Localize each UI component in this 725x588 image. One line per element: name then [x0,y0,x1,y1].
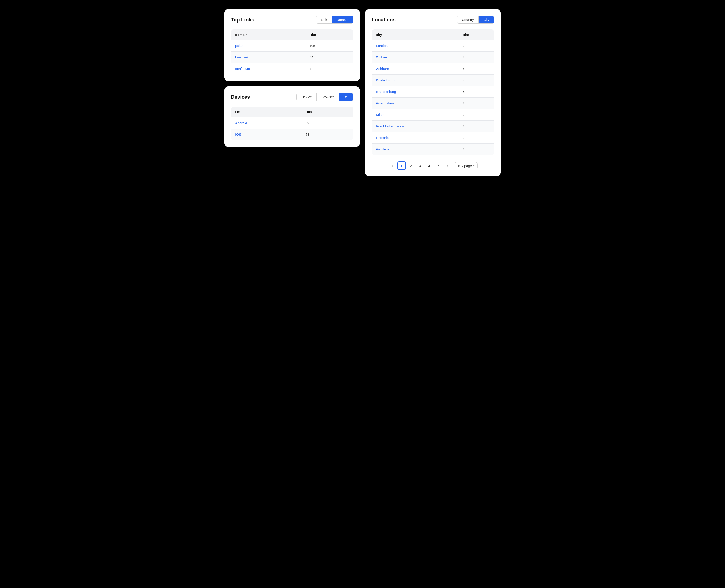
hits-value: 78 [302,129,353,140]
top-links-header: Top Links Link Domain [231,16,353,24]
hits-value: 2 [458,132,494,144]
locations-toggle-group: Country City [457,16,494,24]
locations-col-hits: Hits [458,29,494,40]
devices-table-header-row: OS Hits [231,107,353,117]
devices-toggle-browser[interactable]: Browser [317,93,339,101]
locations-col-city: city [372,29,459,40]
pagination-page-2[interactable]: 2 [407,162,415,170]
table-row: pxl.to 105 [231,40,353,51]
list-item[interactable]: London [372,40,459,51]
hits-value: 4 [458,75,494,86]
devices-toggle-device[interactable]: Device [297,93,317,101]
top-links-col-domain: domain [231,29,306,40]
devices-col-hits: Hits [302,107,353,117]
devices-card: Devices Device Browser OS OS Hits Androi… [224,86,360,147]
devices-table: OS Hits Android 82 IOS 78 [231,106,353,140]
hits-value: 2 [458,144,494,155]
locations-toggle-city[interactable]: City [479,16,494,23]
top-links-table: domain Hits pxl.to 105 buyit.link 54 con… [231,29,353,75]
list-item[interactable]: Brandenburg [372,86,459,98]
table-row: Wuhan 7 [372,51,494,63]
hits-value: 105 [306,40,353,51]
hits-value: 3 [458,98,494,109]
table-row: Gardena 2 [372,144,494,155]
top-links-toggle-domain[interactable]: Domain [332,16,353,23]
table-row: buyit.link 54 [231,51,353,63]
hits-value: 9 [458,40,494,51]
page-size-selector[interactable]: 10 / page ▾ [455,162,478,169]
locations-card: Locations Country City city Hits London … [365,9,501,176]
table-row: Kuala Lumpur 4 [372,75,494,86]
locations-header: Locations Country City [372,16,494,24]
hits-value: 3 [458,109,494,121]
hits-value: 5 [458,63,494,75]
table-row: conflux.to 3 [231,63,353,75]
list-item[interactable]: Ashburn [372,63,459,75]
hits-value: 7 [458,51,494,63]
top-links-toggle-group: Link Domain [316,16,353,24]
list-item[interactable]: IOS [231,129,302,140]
top-links-col-hits: Hits [306,29,353,40]
devices-col-os: OS [231,107,302,117]
list-item[interactable]: buyit.link [231,51,306,63]
top-links-toggle-link[interactable]: Link [316,16,332,23]
locations-table: city Hits London 9 Wuhan 7 Ashburn 5 Kua… [372,29,494,155]
table-row: Phoenix 2 [372,132,494,144]
pagination-page-3[interactable]: 3 [416,162,424,170]
locations-title: Locations [372,17,396,23]
list-item[interactable]: Android [231,117,302,129]
pagination-page-4[interactable]: 4 [425,162,433,170]
pagination: < 1 2 3 4 5 > 10 / page ▾ [372,162,494,170]
pagination-prev[interactable]: < [388,162,397,170]
list-item[interactable]: Milan [372,109,459,121]
table-row: Frankfurt am Main 2 [372,121,494,132]
table-row: Brandenburg 4 [372,86,494,98]
list-item[interactable]: conflux.to [231,63,306,75]
hits-value: 54 [306,51,353,63]
table-row: London 9 [372,40,494,51]
devices-toggle-os[interactable]: OS [339,93,353,101]
hits-value: 3 [306,63,353,75]
locations-toggle-country[interactable]: Country [457,16,479,23]
pagination-next[interactable]: > [443,162,452,170]
hits-value: 4 [458,86,494,98]
list-item[interactable]: Kuala Lumpur [372,75,459,86]
table-row: Ashburn 5 [372,63,494,75]
table-row: IOS 78 [231,129,353,140]
devices-title: Devices [231,94,250,100]
list-item[interactable]: Frankfurt am Main [372,121,459,132]
top-links-title: Top Links [231,17,254,23]
pagination-page-5[interactable]: 5 [434,162,442,170]
locations-table-header-row: city Hits [372,29,494,40]
table-row: Milan 3 [372,109,494,121]
top-links-table-header-row: domain Hits [231,29,353,40]
list-item[interactable]: Guangzhou [372,98,459,109]
page-size-label: 10 / page [458,164,472,168]
hits-value: 2 [458,121,494,132]
pagination-page-1[interactable]: 1 [397,162,406,170]
devices-toggle-group: Device Browser OS [296,93,353,101]
hits-value: 82 [302,117,353,129]
chevron-down-icon: ▾ [473,164,475,167]
top-links-card: Top Links Link Domain domain Hits pxl.to… [224,9,360,81]
list-item[interactable]: Phoenix [372,132,459,144]
list-item[interactable]: pxl.to [231,40,306,51]
list-item[interactable]: Wuhan [372,51,459,63]
table-row: Android 82 [231,117,353,129]
table-row: Guangzhou 3 [372,98,494,109]
devices-header: Devices Device Browser OS [231,93,353,101]
list-item[interactable]: Gardena [372,144,459,155]
